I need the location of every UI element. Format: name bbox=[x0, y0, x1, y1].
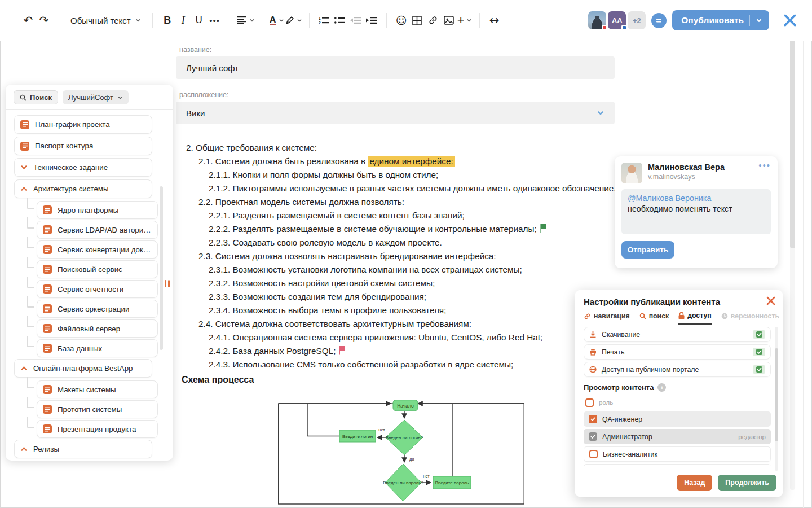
checkbox-checked[interactable] bbox=[589, 432, 597, 441]
modal-tab-версионность[interactable]: версионность bbox=[721, 312, 779, 325]
toggle-on[interactable] bbox=[753, 330, 765, 339]
sidebar-item[interactable]: Макеты системы bbox=[37, 380, 158, 398]
highlighter-icon[interactable] bbox=[285, 12, 302, 29]
paragraph-style-value: Обычный текст bbox=[70, 16, 131, 25]
document-line[interactable]: 2.4.3. Использование CMS только собствен… bbox=[186, 358, 615, 371]
document-body[interactable]: 2. Общие требования к системе:2.1. Систе… bbox=[186, 141, 615, 371]
checkbox-unchecked[interactable] bbox=[585, 398, 594, 407]
send-comment-button[interactable]: Отправить bbox=[621, 241, 674, 259]
sidebar-item[interactable]: Релизы bbox=[14, 440, 152, 458]
sidebar-item[interactable]: Сервис оркестрации bbox=[37, 300, 158, 318]
avatar[interactable] bbox=[588, 11, 606, 29]
undo-icon[interactable]: ↶ bbox=[20, 12, 36, 29]
sidebar-item[interactable]: План-график проекта bbox=[14, 115, 152, 134]
toggle-on[interactable] bbox=[753, 365, 765, 374]
italic-icon[interactable]: I bbox=[175, 12, 191, 29]
bullet-list-icon[interactable] bbox=[332, 12, 348, 29]
sidebar-item[interactable]: Паспорт контура bbox=[14, 137, 152, 155]
sidebar-item[interactable]: Презентация продукта bbox=[37, 420, 158, 438]
document-line[interactable]: 2.3.4. Возможность выбора темы в профиле… bbox=[186, 304, 615, 317]
document-line[interactable]: 2. Общие требования к системе: bbox=[186, 141, 615, 155]
sidebar-scrollbar[interactable] bbox=[160, 186, 163, 350]
sidebar-item[interactable]: Поисковый сервис bbox=[37, 260, 158, 278]
document-line[interactable]: 2.3.1. Возможность установки логотипа ко… bbox=[186, 263, 615, 277]
continue-button[interactable]: Продолжить bbox=[718, 475, 776, 491]
role-row[interactable]: Для демо доступа bbox=[584, 464, 771, 466]
sidebar-item[interactable]: Сервис конвертации докумен… bbox=[37, 240, 158, 259]
sidebar-item[interactable]: Онлайн-платформа BestApp bbox=[14, 359, 152, 378]
underline-icon[interactable]: U bbox=[191, 12, 207, 29]
document-line[interactable]: 2.1. Система должна быть реализована в е… bbox=[186, 155, 615, 168]
align-icon[interactable] bbox=[237, 12, 255, 29]
font-color-icon[interactable]: A bbox=[269, 12, 285, 29]
avatar[interactable]: AA bbox=[608, 11, 626, 29]
document-line[interactable]: 2.2. Проектная модель системы должна поз… bbox=[186, 195, 615, 209]
comment-menu-icon[interactable]: ••• bbox=[758, 163, 771, 183]
document-line[interactable]: 2.3.3. Возможность создания тем для брен… bbox=[186, 290, 615, 304]
comments-icon[interactable] bbox=[651, 13, 667, 28]
modal-scrollbar[interactable] bbox=[775, 348, 778, 441]
link-icon[interactable] bbox=[425, 12, 441, 29]
table-icon[interactable] bbox=[409, 12, 425, 29]
document-line[interactable]: 2.2.3. Создавать свою ролевую модель в к… bbox=[186, 236, 615, 249]
redo-icon[interactable]: ↷ bbox=[36, 12, 52, 29]
sidebar-item[interactable]: Архитектура системы bbox=[14, 179, 152, 198]
sidebar-item[interactable]: Файловый сервер bbox=[37, 319, 158, 338]
paragraph-style-select[interactable]: Обычный текст bbox=[66, 16, 145, 25]
sidebar-item[interactable]: Сервис отчетности bbox=[37, 280, 158, 298]
role-row[interactable]: Бизнес-аналитик bbox=[584, 446, 771, 462]
sidebar-item[interactable]: Ядро платформы bbox=[37, 201, 158, 219]
outdent-icon[interactable] bbox=[348, 12, 364, 29]
sidebar-resize-handle[interactable] bbox=[165, 280, 170, 287]
emoji-icon[interactable]: ☺ bbox=[394, 12, 409, 29]
sidebar-item[interactable]: Техническое задание bbox=[14, 158, 152, 177]
document-line[interactable]: 2.1.1. Кнопки и поля формы должны быть в… bbox=[186, 168, 615, 182]
sidebar-item-label: Архитектура системы bbox=[33, 185, 108, 193]
back-button[interactable]: Назад bbox=[677, 475, 712, 491]
close-icon[interactable] bbox=[783, 13, 797, 28]
document-line[interactable]: 2.4.2. База данных PostgreSQL; bbox=[186, 344, 615, 358]
green-flag-marker-icon[interactable] bbox=[540, 224, 546, 233]
comment-input[interactable]: @Маликова Вероника необходимо поменять т… bbox=[621, 189, 771, 234]
checkbox-unchecked[interactable] bbox=[589, 450, 598, 458]
title-input[interactable]: Лучший софт bbox=[176, 56, 615, 79]
search-icon bbox=[639, 313, 646, 319]
publish-menu-chevron-icon[interactable] bbox=[756, 17, 762, 24]
bold-icon[interactable]: B bbox=[160, 12, 175, 29]
modal-tab-поиск[interactable]: поиск bbox=[639, 312, 669, 325]
insert-plus-icon[interactable]: + bbox=[457, 12, 473, 29]
sidebar-item[interactable]: База данных bbox=[37, 339, 158, 357]
document-line[interactable]: 2.4. Система должна соответствовать архи… bbox=[186, 317, 615, 331]
document-line[interactable]: 2.3.2. Возможность настройки цветовой сх… bbox=[186, 277, 615, 290]
indent-icon[interactable] bbox=[364, 12, 379, 29]
document-line[interactable]: 2.1.2. Пиктограммы используемые в разных… bbox=[186, 182, 615, 195]
process-flowchart[interactable]: Начало Введен ли логин? Введите логин не… bbox=[278, 400, 524, 508]
globe-icon bbox=[589, 366, 597, 373]
avatar-overflow-badge[interactable]: +2 bbox=[628, 11, 646, 29]
space-selector[interactable]: ЛучшийСофт bbox=[63, 90, 129, 104]
publish-button[interactable]: Опубликовать bbox=[672, 10, 769, 30]
page-scrollbar[interactable] bbox=[790, 35, 795, 248]
sidebar-item[interactable]: Прототип системы bbox=[37, 400, 158, 418]
tree-connector bbox=[27, 316, 34, 327]
role-row[interactable]: QA-инженер bbox=[584, 411, 771, 427]
image-icon[interactable] bbox=[441, 12, 457, 29]
document-line[interactable]: 2.3. Система должна позволять настраиват… bbox=[186, 249, 615, 263]
search-button[interactable]: Поиск bbox=[14, 90, 58, 104]
modal-close-icon[interactable] bbox=[766, 296, 776, 306]
more-formatting-icon[interactable]: ••• bbox=[207, 12, 223, 29]
sidebar-item[interactable]: Сервис LDAP/AD авторизации bbox=[37, 221, 158, 239]
document-line[interactable]: 2.4.1. Операционная система сервера прил… bbox=[186, 331, 615, 344]
document-line[interactable]: 2.2.2. Разделять размещаемые в системе о… bbox=[186, 222, 615, 236]
ordered-list-icon[interactable]: 1 2 bbox=[316, 12, 332, 29]
checkbox-checked[interactable] bbox=[589, 415, 597, 423]
page-width-icon[interactable]: ↔ bbox=[487, 12, 502, 29]
modal-tab-навигация[interactable]: навигация bbox=[584, 312, 630, 325]
info-icon[interactable]: i bbox=[657, 383, 666, 392]
document-line[interactable]: 2.2.1. Разделять размещаемый в системе к… bbox=[186, 209, 615, 222]
role-row[interactable]: Администраторредактор bbox=[584, 429, 771, 444]
red-flag-marker-icon[interactable] bbox=[339, 345, 345, 355]
location-select[interactable]: Вики bbox=[176, 102, 615, 124]
modal-tab-доступ[interactable]: доступ bbox=[678, 312, 712, 325]
toggle-on[interactable] bbox=[753, 348, 765, 356]
